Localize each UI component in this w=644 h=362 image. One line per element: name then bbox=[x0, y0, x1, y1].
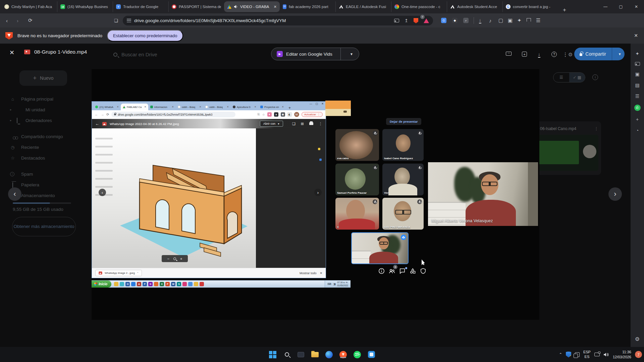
reload-icon[interactable]: ⟳ bbox=[28, 13, 33, 27]
close-tab-icon[interactable]: ✕ bbox=[274, 5, 277, 9]
lock-icon bbox=[580, 53, 582, 56]
reading-list-icon[interactable]: ▤ bbox=[635, 82, 639, 88]
recorded-next-arrow: › bbox=[314, 189, 322, 196]
wallet-icon[interactable]: ▣ bbox=[508, 13, 513, 27]
video-player[interactable]: (21) WhatsA✕ FABLAB2 Ca✕ informacion✕ os… bbox=[92, 69, 539, 320]
browser-tab[interactable]: 16(16) WhatsApp Busines bbox=[57, 1, 113, 12]
share-button[interactable]: Compartir ▼ bbox=[574, 48, 625, 60]
recorded-taskbar-icons: OAPNXPWS bbox=[114, 282, 204, 286]
recorded-app-icon: N bbox=[148, 282, 153, 286]
default-browser-infobar: Brave no es tu navegador predeterminado … bbox=[0, 27, 644, 44]
cad-model-illustration bbox=[116, 132, 250, 266]
lock-icon bbox=[114, 114, 116, 115]
vpn-icon[interactable] bbox=[527, 13, 531, 27]
clock[interactable]: 11:3612/03/2026 bbox=[613, 350, 631, 359]
set-default-button[interactable]: Establecer como predeterminado bbox=[107, 30, 183, 42]
browser-tab[interactable]: TTraductor de Google bbox=[113, 1, 168, 12]
add-shortcut-icon[interactable]: + bbox=[522, 52, 527, 57]
add-panel-icon[interactable]: + bbox=[636, 117, 639, 122]
show-all-downloads: Mostrar todo✕ bbox=[300, 272, 322, 275]
brave-shield-icon[interactable] bbox=[414, 18, 418, 23]
browser-tab[interactable]: fab academy 2026 part bbox=[280, 1, 335, 12]
sidebar-toggle-icon[interactable]: ▢ bbox=[498, 13, 503, 27]
browser-tab[interactable]: Gconvertir board a jpg - bbox=[502, 1, 558, 12]
brave-taskbar-icon[interactable] bbox=[339, 350, 347, 359]
notification-badge[interactable]: 7 bbox=[635, 351, 642, 358]
media-icon[interactable]: ♪ bbox=[489, 13, 492, 27]
site-settings-icon[interactable] bbox=[127, 19, 131, 22]
panel-icon[interactable]: ▣ bbox=[635, 71, 639, 77]
bookmarks-icon[interactable]: ✦ bbox=[635, 51, 639, 56]
back-icon[interactable]: ‹ bbox=[6, 13, 8, 27]
volume-icon[interactable] bbox=[603, 352, 609, 357]
recorded-tab-strip: (21) WhatsA✕ FABLAB2 Ca✕ informacion✕ os… bbox=[92, 102, 326, 110]
translate-extension-icon[interactable]: G bbox=[441, 13, 446, 27]
browser-tab[interactable]: Autodesk Student Acce bbox=[447, 1, 502, 12]
language-indicator[interactable]: ESPES bbox=[583, 350, 591, 359]
recorded-system-tray: ⌨ ◨ 07:16 a. m.01/05/2022 bbox=[325, 281, 351, 288]
edge-browser-icon[interactable] bbox=[325, 350, 333, 359]
extension-icon[interactable]: ⌕ bbox=[463, 13, 469, 27]
maximize-button[interactable]: ▢ bbox=[613, 4, 629, 9]
help-icon[interactable]: ? bbox=[551, 52, 557, 57]
chevron-down-icon[interactable]: ▼ bbox=[344, 52, 359, 56]
start-button[interactable] bbox=[269, 350, 277, 359]
browser-tab[interactable]: Cindy Marilyn | Fab Aca bbox=[1, 1, 57, 12]
cast-icon[interactable] bbox=[635, 62, 640, 66]
recorded-tab: Proyectos en✕ bbox=[258, 104, 286, 110]
forward-icon[interactable]: › bbox=[17, 13, 18, 27]
chevron-down-icon[interactable]: ▼ bbox=[615, 52, 625, 56]
new-tab-button[interactable]: + bbox=[563, 7, 566, 13]
browser-tab[interactable]: One-time passcode - c bbox=[391, 1, 447, 12]
more-icon: ⋮ bbox=[319, 122, 322, 126]
app-icon[interactable] bbox=[367, 350, 376, 359]
brave-rewards-icon[interactable] bbox=[424, 18, 429, 23]
tray-expand-icon[interactable]: ⌃ bbox=[559, 352, 562, 357]
security-shield-icon[interactable] bbox=[566, 352, 571, 358]
minimize-button[interactable]: — bbox=[598, 4, 613, 9]
url-field[interactable]: drive.google.com/drive/folders/1E0MnSjb4… bbox=[123, 16, 433, 25]
task-view-icon[interactable] bbox=[297, 350, 305, 359]
previous-file-arrow[interactable]: ‹ bbox=[8, 187, 21, 201]
infobar-close-icon[interactable]: ✕ bbox=[634, 33, 638, 38]
more-options-icon[interactable]: ⋮ bbox=[563, 52, 568, 58]
leo-ai-icon[interactable]: ✦ bbox=[517, 13, 522, 27]
participant-tile: Samuel Porfirio Paucar bbox=[335, 164, 379, 195]
profile-icon[interactable]: ◔ bbox=[636, 128, 639, 133]
print-icon bbox=[309, 122, 313, 125]
browser-tab[interactable]: PASSPORT | Sistema de bbox=[168, 1, 224, 12]
preview-close-icon[interactable]: ✕ bbox=[9, 49, 14, 56]
comment-icon: ⊞ bbox=[301, 122, 304, 126]
tray-icon: ◨ bbox=[333, 283, 336, 286]
recorded-browser-window: (21) WhatsA✕ FABLAB2 Ca✕ informacion✕ os… bbox=[92, 101, 326, 278]
extension-icon[interactable]: ◆ bbox=[452, 13, 458, 27]
move-to-folder-icon[interactable] bbox=[506, 52, 512, 56]
file-icon bbox=[318, 148, 320, 150]
menu-icon[interactable]: ☰ bbox=[536, 13, 540, 27]
browser-tab-active[interactable]: VIDEO - GRABA ✕ bbox=[224, 1, 280, 12]
star-icon: ☆ bbox=[262, 113, 265, 116]
browser-tab[interactable]: EAGLE / Autodesk Fusi bbox=[335, 1, 391, 12]
close-button[interactable]: ✕ bbox=[629, 4, 644, 9]
sidebar-settings-icon[interactable]: ⚙ bbox=[635, 336, 640, 342]
bookmark-icon[interactable]: ❏ bbox=[114, 13, 118, 27]
reader-mode-icon[interactable] bbox=[394, 19, 399, 22]
recorded-tab-active: FABLAB2 Ca✕ bbox=[121, 104, 148, 110]
file-explorer-icon[interactable] bbox=[311, 350, 319, 359]
downloads-icon[interactable]: ↓ bbox=[479, 17, 481, 23]
spotify-icon[interactable] bbox=[353, 350, 362, 359]
settings-gear-icon[interactable]: ⚙ bbox=[568, 52, 573, 58]
stacked-windows-icon[interactable] bbox=[575, 352, 580, 357]
network-icon[interactable] bbox=[594, 353, 600, 356]
share-icon[interactable]: ↥ bbox=[405, 18, 408, 23]
glasses bbox=[482, 182, 497, 186]
edit-with-vids-button[interactable]: ▶ Editar con Google Vids ▼ bbox=[271, 48, 359, 60]
divider bbox=[340, 48, 341, 60]
download-icon[interactable]: ↓ bbox=[538, 52, 540, 58]
meet-toolbar bbox=[378, 268, 426, 274]
history-icon[interactable]: ☰ bbox=[635, 94, 640, 99]
mouse-cursor bbox=[422, 259, 426, 265]
whatsapp-sidebar-icon[interactable]: ✆ bbox=[634, 105, 641, 111]
taskbar-search-icon[interactable] bbox=[283, 350, 291, 359]
next-file-arrow[interactable]: › bbox=[608, 187, 622, 201]
